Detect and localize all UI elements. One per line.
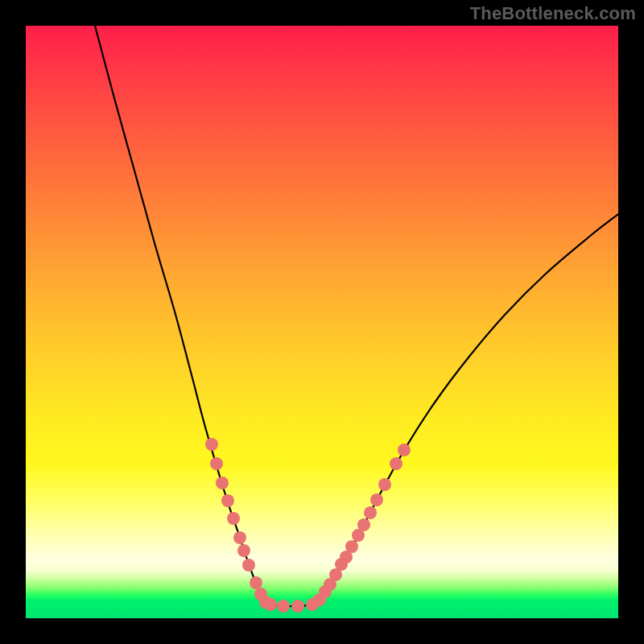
data-dot <box>250 576 262 589</box>
data-dot <box>291 600 304 613</box>
data-dot <box>205 438 218 451</box>
data-dot <box>264 598 277 611</box>
plot-area <box>26 26 618 618</box>
data-dot <box>398 444 411 456</box>
data-dot <box>277 600 290 613</box>
curve-svg <box>26 26 618 618</box>
data-dot <box>357 518 370 531</box>
data-dot <box>210 457 223 470</box>
data-dot <box>242 559 255 572</box>
data-dot <box>233 531 246 544</box>
data-dot <box>216 477 229 489</box>
chart-stage: TheBottleneck.com <box>0 0 644 644</box>
data-dot <box>345 540 358 553</box>
bottleneck-curve <box>95 26 618 606</box>
watermark-text: TheBottleneck.com <box>470 3 636 24</box>
data-dot <box>221 494 234 507</box>
data-dot <box>364 506 377 519</box>
data-dot <box>227 512 240 525</box>
data-dot <box>370 493 383 506</box>
data-dot <box>237 544 250 557</box>
data-dot <box>390 457 402 470</box>
data-dot <box>378 478 391 491</box>
